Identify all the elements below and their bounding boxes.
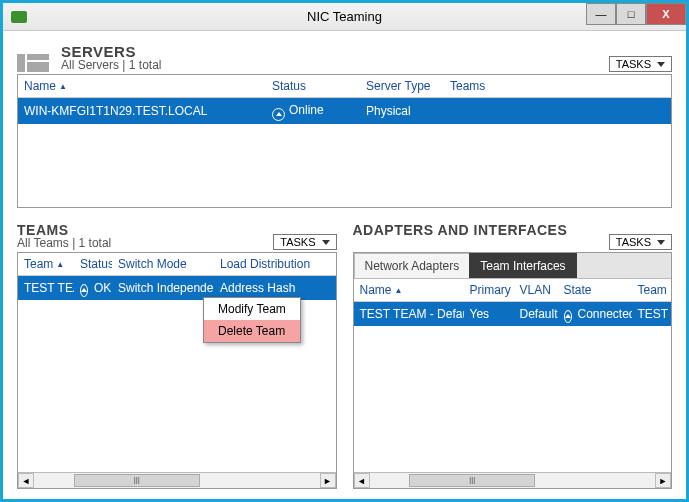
col-status[interactable]: Status [266,75,360,97]
scroll-thumb[interactable]: lll [74,474,200,487]
status-up-icon [272,108,285,121]
sort-asc-icon: ▲ [56,260,64,269]
scroll-thumb[interactable]: lll [409,474,535,487]
server-name: WIN-KMFGI1T1N29.TEST.LOCAL [18,99,266,123]
menu-modify-team[interactable]: Modify Team [204,298,300,320]
team-context-menu: Modify Team Delete Team [203,297,301,343]
window-title: NIC Teaming [3,9,686,24]
minimize-button[interactable]: — [586,3,616,25]
servers-subtitle: All Servers | 1 total [61,58,162,72]
scroll-right-button[interactable]: ► [320,473,336,488]
teams-hscrollbar[interactable]: ◄ lll ► [18,472,336,488]
adapters-tabs: Network Adapters Team Interfaces [354,253,672,279]
adapters-columns: Name▲ Primary VLAN State Team [354,279,672,302]
col-adapter-name[interactable]: Name▲ [354,279,464,301]
tab-network-adapters[interactable]: Network Adapters [354,253,471,278]
team-switch-mode: Switch Independent [112,276,214,300]
col-team-status[interactable]: Status [74,253,112,275]
servers-columns: Name▲ Status Server Type Teams [18,75,671,98]
interface-row[interactable]: TEST TEAM - Default Yes Default Connecte… [354,302,672,326]
status-up-icon [80,284,88,297]
sort-asc-icon: ▲ [59,82,67,91]
col-team[interactable]: Team▲ [18,253,74,275]
teams-tasks-dropdown[interactable]: TASKS [273,234,336,250]
server-status: Online [266,98,360,124]
teams-subtitle: All Teams | 1 total [17,236,111,250]
servers-section: SERVERS All Servers | 1 total TASKS Name… [17,43,672,208]
app-icon [11,11,27,23]
titlebar[interactable]: NIC Teaming — □ X [3,3,686,31]
window-buttons: — □ X [586,3,686,25]
teams-columns: Team▲ Status Switch Mode Load Distributi… [18,253,336,276]
interface-team: TEST T [632,302,672,326]
tab-team-interfaces[interactable]: Team Interfaces [469,253,576,278]
sort-asc-icon: ▲ [395,286,403,295]
scroll-left-button[interactable]: ◄ [18,473,34,488]
server-row[interactable]: WIN-KMFGI1T1N29.TEST.LOCAL Online Physic… [18,98,671,124]
scroll-left-button[interactable]: ◄ [354,473,370,488]
server-type: Physical [360,99,444,123]
chevron-down-icon [657,240,665,245]
servers-icon [17,54,49,72]
chevron-down-icon [657,62,665,67]
interface-primary: Yes [464,302,514,326]
col-name[interactable]: Name▲ [18,75,266,97]
team-status: OK [74,276,112,300]
scroll-right-button[interactable]: ► [655,473,671,488]
maximize-button[interactable]: □ [616,3,646,25]
tasks-label: TASKS [616,58,651,70]
server-teams [444,106,671,116]
col-vlan[interactable]: VLAN [514,279,558,301]
col-primary[interactable]: Primary [464,279,514,301]
menu-delete-team[interactable]: Delete Team [204,320,300,342]
adapters-section: ADAPTERS AND INTERFACES . TASKS Network … [353,222,673,489]
adapters-title: ADAPTERS AND INTERFACES [353,222,568,238]
col-switch-mode[interactable]: Switch Mode [112,253,214,275]
team-name: TEST TEAM [18,276,74,300]
interface-vlan: Default [514,302,558,326]
col-state[interactable]: State [558,279,632,301]
teams-section: TEAMS All Teams | 1 total TASKS Team▲ St… [17,222,337,489]
interface-name: TEST TEAM - Default [354,302,464,326]
col-teams[interactable]: Teams [444,75,671,97]
adapters-hscrollbar[interactable]: ◄ lll ► [354,472,672,488]
col-server-type[interactable]: Server Type [360,75,444,97]
nic-teaming-window: NIC Teaming — □ X SERVER [0,0,689,502]
col-adapter-team[interactable]: Team [632,279,672,301]
close-button[interactable]: X [646,3,686,25]
content-area: SERVERS All Servers | 1 total TASKS Name… [3,31,686,499]
chevron-down-icon [322,240,330,245]
status-up-icon [564,310,572,323]
interface-state: Connected [558,302,632,326]
col-load-dist[interactable]: Load Distribution [214,253,336,275]
servers-tasks-dropdown[interactable]: TASKS [609,56,672,72]
adapters-tasks-dropdown[interactable]: TASKS [609,234,672,250]
